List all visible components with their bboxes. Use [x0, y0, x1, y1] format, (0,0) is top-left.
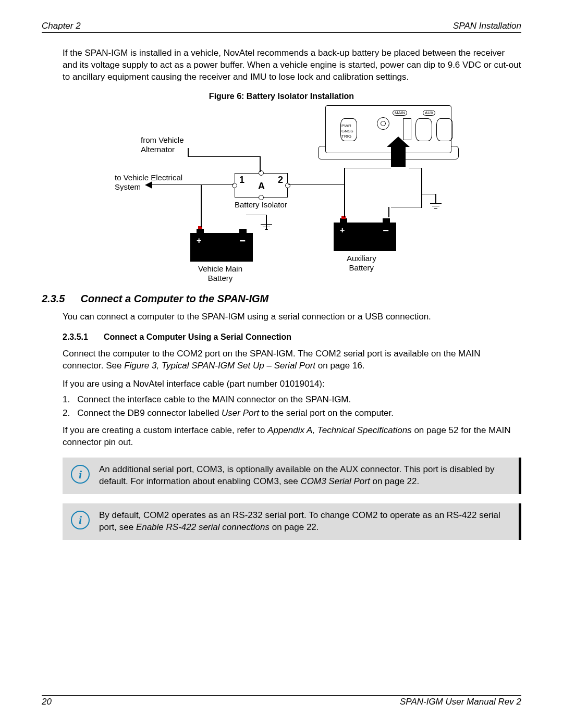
battery-isolator: 1A2 [235, 173, 288, 198]
label-from-alternator: from Vehicle Alternator [141, 135, 184, 154]
label-main-battery: Vehicle Main Battery [198, 264, 242, 283]
span-igm-device: PWR GNSS TRIG MAIN AUX [318, 105, 459, 163]
note-box-1: i An additional serial port, COM3, is op… [63, 458, 521, 494]
device-gnss-label: GNSS [341, 129, 353, 133]
header-right: SPAN Installation [453, 21, 521, 31]
sub-para-2: If you are using a NovAtel interface cab… [63, 378, 521, 390]
info-icon: i [71, 465, 90, 484]
subsection-number: 2.3.5.1 [63, 332, 88, 342]
arrow-left-icon [145, 181, 152, 189]
sub-para-1: Connect the computer to the COM2 port on… [63, 348, 521, 372]
label-aux-battery: Auxiliary Battery [347, 254, 376, 273]
label-isolator: Battery Isolator [235, 200, 287, 209]
sub-para-3: If you are creating a custom interface c… [63, 425, 521, 449]
device-aux-label: AUX [423, 110, 435, 116]
page-header: Chapter 2 SPAN Installation [42, 21, 521, 33]
section-number: 2.3.5 [42, 293, 65, 305]
rs422-reference[interactable]: Enable RS-422 serial connections [136, 522, 270, 532]
page-footer: 20 SPAN-IGM User Manual Rev 2 [42, 695, 521, 707]
aux-battery: +− [334, 223, 396, 251]
device-trig-label: TRIG [341, 134, 351, 139]
header-left: Chapter 2 [42, 21, 81, 31]
figure-reference[interactable]: Figure 3, Typical SPAN-IGM Set Up – Seri… [124, 361, 315, 371]
page-number: 20 [42, 697, 52, 707]
intro-paragraph: If the SPAN-IGM is installed in a vehicl… [63, 47, 521, 83]
steps-list: 1. Connect the interface cable to the MA… [63, 394, 521, 418]
info-icon: i [71, 511, 90, 529]
device-pwr-label: PWR [341, 124, 351, 128]
subsection-heading: 2.3.5.1 Connect a Computer Using a Seria… [63, 332, 521, 342]
step-1: 1. Connect the interface cable to the MA… [63, 394, 521, 405]
page: Chapter 2 SPAN Installation If the SPAN-… [0, 0, 563, 728]
subsection-title-text: Connect a Computer Using a Serial Connec… [104, 332, 291, 342]
main-battery: +− [190, 233, 253, 262]
footer-title: SPAN-IGM User Manual Rev 2 [400, 697, 521, 707]
section-paragraph: You can connect a computer to the SPAN-I… [63, 311, 521, 323]
appendix-reference[interactable]: Appendix A, Technical Specifications [267, 425, 412, 435]
note-box-2: i By default, COM2 operates as an RS-232… [63, 503, 521, 540]
device-main-label: MAIN [393, 110, 407, 116]
figure-diagram: PWR GNSS TRIG MAIN AUX from Vehicle Alte… [99, 105, 464, 282]
section-title-text: Connect a Computer to the SPAN-IGM [80, 293, 268, 305]
com3-reference[interactable]: COM3 Serial Port [301, 476, 370, 486]
arrow-up-icon [391, 146, 406, 167]
section-heading: 2.3.5 Connect a Computer to the SPAN-IGM [42, 293, 521, 305]
step-2: 2. Connect the DB9 connector labelled Us… [63, 408, 521, 418]
figure-caption: Figure 6: Battery Isolator Installation [42, 92, 521, 101]
